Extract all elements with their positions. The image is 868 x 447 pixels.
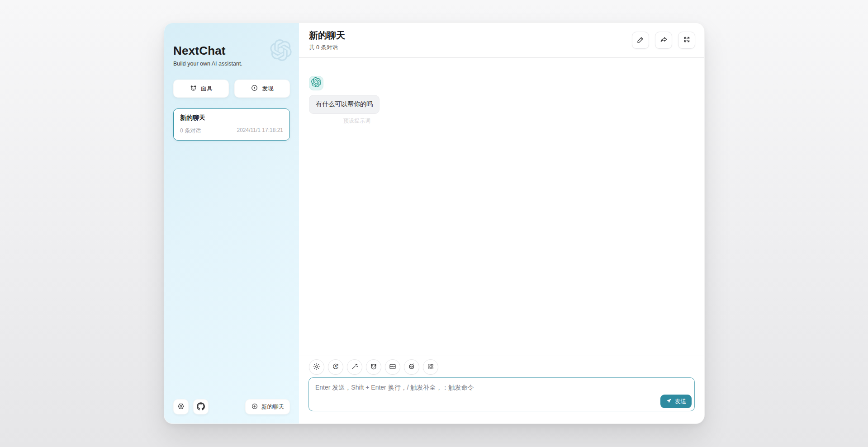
svg-text:A: A	[335, 365, 337, 368]
fullscreen-icon	[683, 36, 691, 45]
sidebar-footer: 新的聊天	[173, 399, 290, 414]
shortcut-grid-button[interactable]	[423, 359, 438, 375]
message-input[interactable]	[308, 377, 695, 411]
sidebar: NextChat Build your own AI assistant.	[164, 23, 299, 423]
new-chat-button[interactable]: 新的聊天	[245, 399, 290, 414]
chat-title[interactable]: 新的聊天	[309, 29, 345, 42]
clear-context-button[interactable]	[385, 359, 400, 375]
composer-toolbar: A	[299, 356, 704, 377]
mask-button[interactable]: 面具	[173, 80, 229, 98]
assistant-message-bubble[interactable]: 有什么可以帮你的吗	[309, 95, 379, 114]
share-icon	[659, 35, 668, 45]
discover-button-label: 发现	[262, 85, 274, 93]
edit-icon	[636, 36, 645, 45]
clear-context-icon	[389, 362, 397, 372]
paper-plane-icon	[666, 398, 672, 405]
github-button[interactable]	[193, 399, 209, 414]
chat-settings-button[interactable]	[309, 359, 324, 375]
mask-button-label: 面具	[201, 85, 213, 93]
nextchat-window: NextChat Build your own AI assistant.	[164, 23, 705, 424]
openai-logo-watermark	[270, 39, 292, 61]
desktop-background: NextChat Build your own AI assistant.	[0, 0, 868, 447]
send-button-label: 发送	[675, 398, 686, 405]
preset-prompt-hint: 预设提示词	[343, 117, 694, 125]
discover-icon	[251, 84, 258, 93]
chat-list: 新的聊天 0 条对话 2024/11/1 17:18:21	[173, 108, 290, 141]
gear-icon	[313, 362, 321, 372]
chat-header-actions	[632, 32, 695, 49]
rename-chat-button[interactable]	[632, 32, 649, 49]
model-select-button[interactable]	[404, 359, 419, 375]
fullscreen-button[interactable]	[678, 32, 695, 49]
chat-list-item-selected[interactable]: 新的聊天 0 条对话 2024/11/1 17:18:21	[173, 108, 290, 141]
prompt-button[interactable]	[347, 359, 362, 375]
chat-item-meta: 0 条对话 2024/11/1 17:18:21	[180, 127, 283, 135]
add-circle-icon	[251, 403, 258, 411]
github-icon	[197, 402, 205, 412]
send-button[interactable]: 发送	[660, 395, 692, 408]
mask-select-button[interactable]	[366, 359, 381, 375]
mask-icon	[190, 84, 197, 93]
app-tagline: Build your own AI assistant.	[173, 61, 290, 67]
magic-wand-icon	[351, 362, 359, 372]
composer: 发送	[299, 377, 704, 423]
export-chat-button[interactable]	[655, 32, 672, 49]
sidebar-actions: 面具 发现	[173, 80, 290, 98]
chat-header-titles: 新的聊天 共 0 条对话	[309, 29, 345, 52]
chat-item-timestamp: 2024/11/1 17:18:21	[237, 127, 283, 135]
openai-logo-icon	[311, 77, 321, 89]
settings-button[interactable]	[173, 399, 189, 414]
chat-item-title: 新的聊天	[180, 114, 283, 122]
chat-subtitle: 共 0 条对话	[309, 44, 345, 52]
theme-toggle-button[interactable]: A	[328, 359, 343, 375]
new-chat-button-label: 新的聊天	[261, 403, 284, 411]
assistant-avatar	[309, 76, 323, 90]
chat-main: 新的聊天 共 0 条对话	[299, 23, 704, 423]
discover-button[interactable]: 发现	[234, 80, 290, 98]
robot-icon	[408, 362, 416, 372]
theme-auto-icon: A	[332, 362, 340, 372]
mask-icon	[370, 362, 378, 372]
chat-item-message-count: 0 条对话	[180, 127, 201, 135]
settings-icon	[177, 402, 185, 412]
plugin-grid-icon	[427, 362, 435, 372]
chat-message-list: 有什么可以帮你的吗 预设提示词	[299, 58, 704, 356]
assistant-message: 有什么可以帮你的吗 预设提示词	[309, 76, 694, 125]
chat-header: 新的聊天 共 0 条对话	[299, 23, 704, 58]
